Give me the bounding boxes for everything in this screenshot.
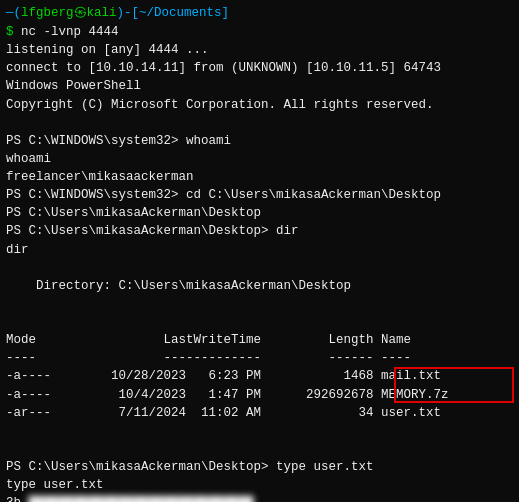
line-out3: Windows PowerShell: [6, 77, 513, 95]
table-row-mail: -a---- 10/28/2023 6:23 PM 1468 mail.txt: [6, 367, 513, 385]
table-header-row: Mode LastWriteTime Length Name: [6, 331, 513, 349]
title-dash: ─(: [6, 6, 21, 20]
line-blank1: [6, 114, 513, 132]
title-bar: ─(lfgberg㉿kali)-[~/Documents]: [6, 4, 513, 21]
blurred-value: ██████████████████████████████: [21, 494, 254, 502]
line-blank6: [6, 440, 513, 458]
table-separator-row: ---- ------------- ------ ----: [6, 349, 513, 367]
line-blank5: [6, 422, 513, 440]
line-prompt5: PS C:\Users\mikasaAckerman\Desktop> type…: [6, 458, 513, 476]
table-row-memory: -a---- 10/4/2023 1:47 PM 292692678 MEMOR…: [6, 386, 513, 404]
line-prompt2: PS C:\WINDOWS\system32> cd C:\Users\mika…: [6, 186, 513, 204]
title-close: ]: [222, 6, 230, 20]
line-out7: dir: [6, 241, 513, 259]
line-blank2: [6, 259, 513, 277]
line-prompt1: PS C:\WINDOWS\system32> whoami: [6, 132, 513, 150]
line-blank4: [6, 313, 513, 331]
line-prompt4: PS C:\Users\mikasaAckerman\Desktop> dir: [6, 222, 513, 240]
line-out2: connect to [10.10.14.11] from (UNKNOWN) …: [6, 59, 513, 77]
title-user: lfgberg㉿kali: [21, 6, 117, 20]
line-prompt3: PS C:\Users\mikasaAckerman\Desktop: [6, 204, 513, 222]
title-path: ~/Documents: [139, 6, 222, 20]
line-blurred: 3b ██████████████████████████████: [6, 494, 513, 502]
terminal-window: ─(lfgberg㉿kali)-[~/Documents] $ nc -lvnp…: [0, 0, 519, 502]
line-type-cmd: type user.txt: [6, 476, 513, 494]
line-out6: freelancer\mikasaackerman: [6, 168, 513, 186]
line-out5: whoami: [6, 150, 513, 168]
table-row-user: -ar--- 7/11/2024 11:02 AM 34 user.txt: [6, 404, 513, 422]
line-out4: Copyright (C) Microsoft Corporation. All…: [6, 96, 513, 114]
title-bracket: )-[: [117, 6, 140, 20]
line-out1: listening on [any] 4444 ...: [6, 41, 513, 59]
line-cmd1: $ nc -lvnp 4444: [6, 23, 513, 41]
line-dir-header: Directory: C:\Users\mikasaAckerman\Deskt…: [6, 277, 513, 295]
line-blank3: [6, 295, 513, 313]
